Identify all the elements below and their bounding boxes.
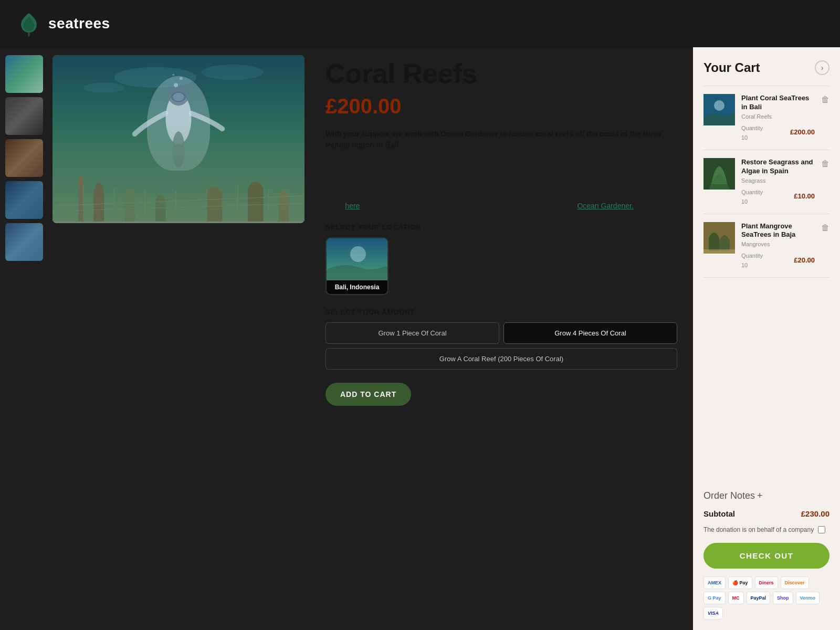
- product-details: Coral Reefs £200.00 With your support, w…: [310, 47, 693, 630]
- product-main-image: [52, 55, 304, 223]
- cart-item-3-price: £20.00: [794, 256, 815, 264]
- cart-item-3-qty-label: Quantity: [741, 253, 763, 259]
- cart-sidebar: Your Cart › Plant Coral SeaTrees in Bali…: [693, 47, 840, 630]
- payment-icons: AMEX 🍎 Pay Diners Discover G Pay MC PayP…: [704, 576, 830, 620]
- payment-icon-mastercard: MC: [728, 592, 744, 604]
- svg-point-24: [714, 100, 724, 111]
- location-card-image: [327, 238, 388, 280]
- location-card-bali[interactable]: Bali, Indonesia: [326, 237, 388, 295]
- cart-item-3: Plant Mangrove SeaTrees in Baja Mangrove…: [704, 222, 830, 278]
- cart-item-2-category: Seagrass: [741, 177, 815, 184]
- svg-point-7: [173, 93, 184, 101]
- payment-icon-venmo: Venmo: [796, 592, 820, 604]
- amount-btn-4-coral[interactable]: Grow 4 Pieces Of Coral: [503, 322, 677, 344]
- svg-point-19: [180, 77, 183, 80]
- cart-item-1-name: Plant Coral SeaTrees in Bali: [741, 94, 815, 112]
- cart-item-2: Restore Seagrass and Algae in Spain Seag…: [704, 158, 830, 214]
- logo[interactable]: seatrees: [16, 10, 110, 37]
- cart-item-2-info: Restore Seagrass and Algae in Spain Seag…: [741, 158, 815, 206]
- product-description-2: Your piece of coral will be grown in the…: [326, 159, 677, 194]
- amount-btn-1-coral[interactable]: Grow 1 Piece Of Coral: [326, 322, 499, 344]
- amount-grid: Grow 1 Piece Of Coral Grow 4 Pieces Of C…: [326, 322, 677, 370]
- svg-point-2: [202, 65, 264, 80]
- payment-icon-amex: AMEX: [704, 576, 726, 589]
- main-layout: Coral Reefs £200.00 With your support, w…: [0, 47, 840, 630]
- cart-item-2-qty-label: Quantity: [741, 189, 763, 195]
- svg-point-18: [174, 83, 178, 87]
- order-notes-plus-icon: +: [757, 490, 763, 501]
- product-title: Coral Reefs: [326, 58, 677, 89]
- cart-item-1: Plant Coral SeaTrees in Bali Coral Reefs…: [704, 94, 830, 150]
- cart-item-2-quantity-row: Quantity 10 £10.00: [741, 187, 815, 206]
- content-area: Coral Reefs £200.00 With your support, w…: [0, 47, 693, 630]
- checkout-button[interactable]: CHECK OUT: [704, 543, 830, 569]
- order-notes-label: Order Notes: [704, 490, 755, 501]
- amount-section: SELECT YOUR AMOUNT Grow 1 Piece Of Coral…: [326, 308, 677, 370]
- subtotal-row: Subtotal £230.00: [704, 509, 830, 518]
- svg-point-6: [171, 92, 185, 102]
- svg-line-10: [52, 203, 304, 211]
- payment-icon-paypal: PayPal: [747, 592, 771, 604]
- cart-spacer: [704, 286, 830, 490]
- amount-btn-200-coral[interactable]: Grow A Coral Reef (200 Pieces Of Coral): [326, 348, 677, 370]
- cart-divider-top: [704, 86, 830, 86]
- cart-item-1-price: £200.00: [790, 128, 815, 136]
- here-link[interactable]: here: [345, 202, 360, 210]
- company-checkbox[interactable]: [818, 526, 825, 533]
- cart-title: Your Cart: [704, 60, 760, 75]
- svg-point-8: [172, 131, 185, 167]
- seatrees-logo-icon: [16, 10, 42, 37]
- cart-item-1-delete-button[interactable]: 🗑: [821, 95, 830, 142]
- add-to-cart-button[interactable]: ADD TO CART: [326, 383, 411, 406]
- payment-icon-google: G Pay: [704, 592, 726, 604]
- subtotal-label: Subtotal: [704, 509, 735, 518]
- order-notes-button[interactable]: Order Notes +: [704, 490, 830, 501]
- cart-item-2-image: [704, 158, 735, 190]
- cart-item-2-delete-button[interactable]: 🗑: [821, 159, 830, 206]
- cart-item-3-info: Plant Mangrove SeaTrees in Baja Mangrove…: [741, 222, 815, 270]
- subtotal-amount: £230.00: [801, 509, 830, 518]
- payment-icon-visa: VISA: [704, 607, 723, 620]
- cart-item-3-quantity-row: Quantity 10 £20.00: [741, 250, 815, 269]
- svg-point-4: [166, 93, 192, 144]
- header: seatrees: [0, 0, 840, 47]
- svg-point-22: [350, 246, 366, 262]
- cart-item-1-qty-label: Quantity: [741, 125, 763, 131]
- payment-icon-apple: 🍎 Pay: [728, 576, 752, 589]
- ocean-gardener-link[interactable]: Ocean Gardener.: [577, 202, 633, 210]
- cart-item-3-qty: 10: [741, 262, 748, 268]
- cart-item-1-info: Plant Coral SeaTrees in Bali Coral Reefs…: [741, 94, 815, 142]
- amount-section-label: SELECT YOUR AMOUNT: [326, 308, 677, 316]
- location-cards: Bali, Indonesia: [326, 237, 677, 295]
- cart-item-1-quantity-row: Quantity 10 £200.00: [741, 123, 815, 142]
- thumbnail-2[interactable]: [5, 97, 43, 135]
- read-more-line: Read here for more information on the pr…: [326, 202, 677, 210]
- cart-item-1-image: [704, 94, 735, 125]
- payment-icon-shop: Shop: [773, 592, 793, 604]
- cart-item-3-category: Mangroves: [741, 241, 815, 247]
- cart-item-2-qty: 10: [741, 198, 748, 205]
- svg-point-1: [114, 67, 197, 88]
- svg-point-3: [83, 82, 124, 93]
- svg-line-9: [52, 196, 304, 206]
- cart-item-3-name: Plant Mangrove SeaTrees in Baja: [741, 222, 815, 240]
- thumbnail-3[interactable]: [5, 139, 43, 177]
- cart-header: Your Cart ›: [704, 60, 830, 75]
- payment-icon-discover: Discover: [781, 576, 809, 589]
- thumbnail-4[interactable]: [5, 181, 43, 219]
- cart-item-1-qty: 10: [741, 134, 748, 141]
- logo-text: seatrees: [48, 15, 110, 32]
- product-description-1: With your support, we work with Ocean Ga…: [326, 129, 677, 151]
- company-checkbox-label: The donation is on behalf of a company: [704, 526, 814, 533]
- thumbnail-list: [0, 47, 52, 630]
- location-name: Bali, Indonesia: [327, 280, 387, 294]
- cart-item-3-delete-button[interactable]: 🗑: [821, 223, 830, 270]
- product-price: £200.00: [326, 94, 677, 118]
- thumbnail-1[interactable]: [5, 55, 43, 93]
- cart-item-1-category: Coral Reefs: [741, 113, 815, 120]
- cart-close-button[interactable]: ›: [815, 60, 830, 75]
- cart-item-2-price: £10.00: [794, 192, 815, 200]
- thumbnail-5[interactable]: [5, 223, 43, 261]
- product-image-svg: [52, 55, 304, 223]
- payment-icon-diners: Diners: [755, 576, 778, 589]
